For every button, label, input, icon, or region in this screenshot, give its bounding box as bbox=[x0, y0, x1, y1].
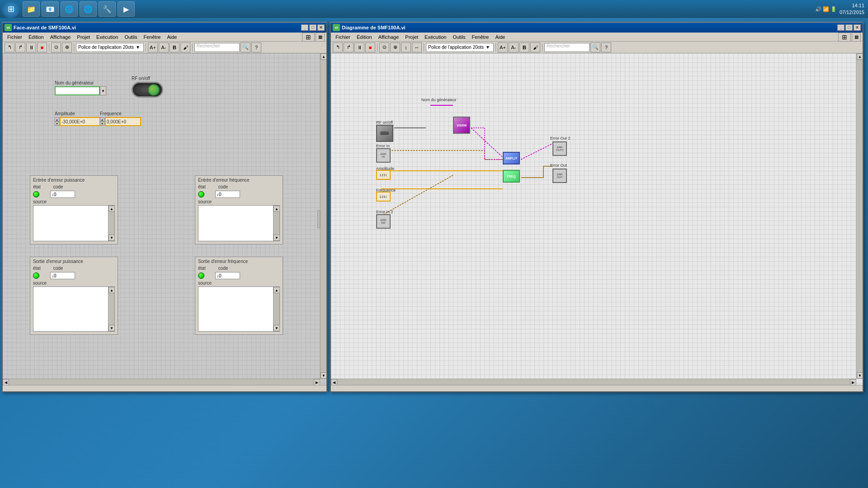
right-panel-scroll-up[interactable]: ▲ bbox=[857, 53, 863, 60]
network-button[interactable]: 🌐 bbox=[80, 1, 97, 17]
error-out2-block[interactable]: ERROUT2 bbox=[552, 141, 567, 156]
right-close-button[interactable]: ✕ bbox=[854, 24, 861, 31]
play-button[interactable]: ▶ bbox=[118, 1, 135, 17]
right-menu-execution[interactable]: Exécution bbox=[422, 34, 449, 40]
right-panel-scrollbar-h[interactable]: ◀ ▶ bbox=[331, 379, 856, 385]
freq-block[interactable]: FREQ bbox=[503, 170, 520, 183]
right-panel-scroll-left[interactable]: ◀ bbox=[331, 379, 337, 385]
right-snap-button[interactable]: ⊙ bbox=[379, 42, 389, 52]
right-search-input[interactable]: Rechercher bbox=[544, 43, 590, 52]
left-grid2-button[interactable]: ▦ bbox=[316, 33, 325, 42]
start-button[interactable]: ⊞ bbox=[2, 0, 20, 18]
right-stop-button[interactable]: ■ bbox=[365, 42, 375, 52]
sf-scroll-up[interactable]: ▲ bbox=[274, 287, 280, 293]
left-search-input[interactable]: Rechercher bbox=[194, 43, 240, 52]
left-grid-button[interactable]: ⊞ bbox=[302, 33, 315, 42]
rf-toggle-switch[interactable] bbox=[132, 82, 163, 98]
left-menu-fichier[interactable]: Fichier bbox=[5, 34, 25, 40]
sf-scroll-dn[interactable]: ▼ bbox=[274, 325, 280, 331]
right-font-dropdown[interactable]: Police de l'application 20ots ▼ bbox=[426, 43, 494, 52]
folder-button[interactable]: 📁 bbox=[23, 1, 40, 17]
sp-scrollbar-v[interactable]: ▲ ▼ bbox=[108, 287, 114, 331]
sf-scrollbar-v[interactable]: ▲ ▼ bbox=[273, 287, 279, 331]
left-stop-button[interactable]: ■ bbox=[37, 42, 47, 52]
vi-visrm-block[interactable]: VISRM bbox=[453, 117, 470, 134]
rf-onoff-bd-block[interactable] bbox=[376, 125, 393, 142]
ep-scroll-dn[interactable]: ▼ bbox=[108, 235, 115, 241]
left-maximize-button[interactable]: □ bbox=[309, 24, 316, 31]
ef-scrollbar-v[interactable]: ▲ ▼ bbox=[273, 206, 279, 241]
left-menu-fenetre[interactable]: Fenêtre bbox=[141, 34, 164, 40]
left-close-button[interactable]: ✕ bbox=[317, 24, 325, 31]
right-align-button[interactable]: ⊕ bbox=[390, 42, 400, 52]
frequence-input[interactable] bbox=[105, 117, 141, 126]
amplit-block[interactable]: AMPLIT bbox=[503, 152, 520, 164]
right-panel-scroll-dn[interactable]: ▼ bbox=[857, 372, 863, 379]
error-out-block[interactable]: ERROUT bbox=[552, 169, 567, 183]
left-pause-button[interactable]: ⏸ bbox=[26, 42, 36, 52]
left-font-dropdown[interactable]: Police de l'application 20ots ▼ bbox=[76, 43, 144, 52]
left-panel-scroll-dn[interactable]: ▼ bbox=[321, 372, 326, 379]
right-menu-projet[interactable]: Projet bbox=[402, 34, 421, 40]
ep-scroll-up[interactable]: ▲ bbox=[108, 206, 115, 212]
block-diagram-canvas[interactable]: Nom du générateur VISRM RF on/off Error … bbox=[331, 53, 863, 385]
left-menu-outils[interactable]: Outils bbox=[122, 34, 140, 40]
amplitude-down[interactable]: ▼ bbox=[55, 122, 59, 126]
right-search-btn[interactable]: 🔍 bbox=[590, 42, 600, 52]
sp-source-area[interactable]: ▲ ▼ bbox=[33, 286, 115, 332]
right-menu-fichier[interactable]: Fichier bbox=[333, 34, 353, 40]
left-color-btn[interactable]: 🖌 bbox=[180, 42, 190, 52]
sp-scroll-up[interactable]: ▲ bbox=[108, 287, 115, 293]
left-menu-edition[interactable]: Édition bbox=[26, 34, 47, 40]
frequence-bd-block[interactable]: 123↕ bbox=[376, 192, 391, 202]
right-redo-button[interactable]: ↱ bbox=[344, 42, 354, 52]
sp-code-input[interactable] bbox=[50, 272, 75, 279]
left-panel-scroll-left[interactable]: ◀ bbox=[3, 379, 9, 385]
right-panel-scrollbar-v[interactable]: ▲ ▼ bbox=[856, 53, 863, 379]
right-bold-btn[interactable]: B bbox=[519, 42, 529, 52]
ef-source-area[interactable]: ▲ ▼ bbox=[198, 205, 280, 241]
ef-scroll-dn[interactable]: ▼ bbox=[274, 235, 280, 241]
right-clean-button[interactable]: ↔ bbox=[412, 42, 422, 52]
right-color-btn[interactable]: 🖌 bbox=[530, 42, 540, 52]
amplitude-input[interactable]: -30,000E+0 bbox=[60, 117, 100, 126]
left-bold-btn[interactable]: B bbox=[170, 42, 179, 52]
ep-source-area[interactable]: ▲ ▼ bbox=[33, 205, 115, 241]
sf-source-area[interactable]: ▲ ▼ bbox=[198, 286, 280, 332]
amplitude-up[interactable]: ▲ bbox=[55, 117, 59, 122]
right-help-btn[interactable]: ? bbox=[601, 42, 611, 52]
left-back-button[interactable]: ↰ bbox=[5, 42, 14, 52]
left-snap-button[interactable]: ⊙ bbox=[51, 42, 61, 52]
right-menu-aide[interactable]: Aide bbox=[492, 34, 508, 40]
right-maximize-button[interactable]: □ bbox=[845, 24, 853, 31]
left-menu-projet[interactable]: Projet bbox=[74, 34, 93, 40]
left-panel-scroll-up[interactable]: ▲ bbox=[321, 53, 326, 60]
ep-scrollbar-v[interactable]: ▲ ▼ bbox=[108, 206, 114, 241]
right-menu-edition[interactable]: Édition bbox=[354, 34, 375, 40]
front-panel-canvas[interactable]: Nom du générateur ▼ RF on/off Amplitude bbox=[3, 53, 326, 385]
left-panel-scroll-right[interactable]: ▶ bbox=[314, 379, 320, 385]
nom-generateur-dropdown[interactable]: ▼ bbox=[100, 86, 106, 95]
left-menu-affichage[interactable]: Affichage bbox=[47, 34, 74, 40]
left-titlebar[interactable]: VI Face-avant de SMF100A.vi _ □ ✕ bbox=[3, 23, 326, 33]
right-back-button[interactable]: ↰ bbox=[333, 42, 343, 52]
error-in2-block[interactable]: ERRIN2 bbox=[376, 214, 391, 229]
frequence-up[interactable]: ▲ bbox=[100, 117, 104, 122]
sf-code-input[interactable] bbox=[215, 272, 240, 279]
left-panel-scrollbar-h[interactable]: ◀ ▶ bbox=[3, 379, 320, 385]
left-size-dn[interactable]: A- bbox=[159, 42, 169, 52]
left-help-btn[interactable]: ? bbox=[251, 42, 261, 52]
left-panel-scrollbar-v[interactable]: ▲ ▼ bbox=[320, 53, 326, 379]
right-grid-button[interactable]: ⊞ bbox=[838, 33, 851, 42]
left-size-up[interactable]: A+ bbox=[148, 42, 158, 52]
right-menu-outils[interactable]: Outils bbox=[450, 34, 468, 40]
sp-scroll-dn[interactable]: ▼ bbox=[108, 325, 115, 331]
right-menu-affichage[interactable]: Affichage bbox=[376, 34, 402, 40]
right-size-up[interactable]: A+ bbox=[498, 42, 508, 52]
tool-button[interactable]: 🔧 bbox=[99, 1, 116, 17]
left-redo-button[interactable]: ↱ bbox=[15, 42, 25, 52]
right-titlebar[interactable]: VI Diagramme de SMF100A.vi _ □ ✕ bbox=[331, 23, 863, 33]
right-grid2-button[interactable]: ▦ bbox=[852, 33, 861, 42]
right-size-dn[interactable]: A- bbox=[509, 42, 519, 52]
left-search-btn[interactable]: 🔍 bbox=[241, 42, 250, 52]
